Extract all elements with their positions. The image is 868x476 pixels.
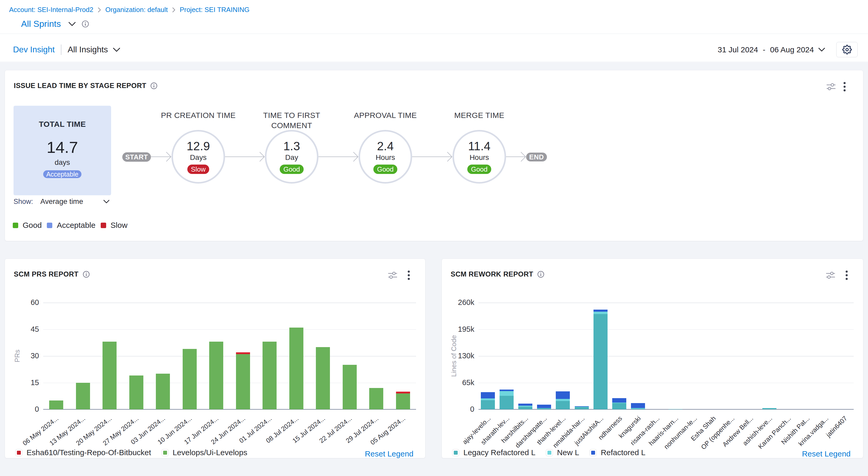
- bar-segment[interactable]: [481, 400, 495, 409]
- legend-swatch: [163, 451, 167, 455]
- bar-segment[interactable]: [209, 341, 223, 409]
- reset-legend-link[interactable]: Reset Legend: [802, 449, 850, 458]
- lead-time-card: ISSUE LEAD TIME BY STAGE REPORT TOTAL TI…: [5, 70, 863, 241]
- bar-segment[interactable]: [129, 376, 143, 409]
- legend-checkbox[interactable]: [546, 449, 553, 456]
- bar-segment[interactable]: [262, 341, 277, 409]
- stage-unit: Days: [190, 153, 207, 162]
- bar-segment[interactable]: [316, 347, 330, 409]
- widget-filters-button[interactable]: [388, 270, 398, 280]
- bar-segment[interactable]: [612, 403, 626, 403]
- bar-segment[interactable]: [156, 374, 170, 409]
- info-icon[interactable]: [537, 271, 544, 278]
- y-axis-tick-label: 45: [8, 326, 39, 333]
- insight-title[interactable]: Dev Insight: [13, 45, 55, 54]
- info-icon[interactable]: [83, 271, 90, 278]
- scm-prs-card: SCM PRS REPORT 015304560PRs06 May 2024..…: [5, 259, 426, 458]
- widget-filters-button[interactable]: [826, 270, 835, 280]
- widget-menu-button[interactable]: [842, 270, 851, 280]
- legend-swatch: [591, 451, 595, 455]
- bar-segment[interactable]: [612, 398, 626, 403]
- insight-selector[interactable]: All Insights: [68, 45, 121, 54]
- bar-segment[interactable]: [369, 388, 383, 409]
- stage-unit: Hours: [376, 153, 395, 162]
- bar-segment[interactable]: [289, 328, 303, 409]
- bar-segment[interactable]: [537, 408, 551, 408]
- bar-segment[interactable]: [631, 409, 645, 409]
- date-range-start: 31 Jul 2024: [718, 45, 758, 54]
- stage-badge: Good: [280, 165, 304, 174]
- x-axis-line: [478, 409, 854, 410]
- bar-segment[interactable]: [236, 354, 250, 409]
- date-range-picker[interactable]: 31 Jul 2024 - 06 Aug 2024: [718, 45, 825, 54]
- bar-segment[interactable]: [183, 349, 197, 409]
- bar-segment[interactable]: [518, 406, 532, 407]
- breadcrumb-item[interactable]: Organization: default: [105, 6, 168, 14]
- bar-segment[interactable]: [500, 396, 514, 409]
- bar-segment[interactable]: [102, 341, 117, 409]
- funnel-connector: [506, 156, 521, 157]
- bar-segment[interactable]: [396, 393, 410, 410]
- chevron-down-icon[interactable]: [68, 21, 76, 27]
- widget-menu-button[interactable]: [404, 270, 414, 280]
- chevron-down-icon: [113, 47, 121, 52]
- card-title: SCM PRS REPORT: [14, 270, 79, 278]
- legend-checkbox[interactable]: [452, 449, 459, 456]
- breadcrumb-item[interactable]: Project: SEI TRAINING: [180, 6, 250, 14]
- bar-segment[interactable]: [76, 383, 90, 410]
- chevron-down-icon[interactable]: [103, 200, 110, 204]
- legend-checkbox[interactable]: [16, 449, 22, 456]
- stage-value: 1.3: [283, 140, 300, 153]
- bar-segment[interactable]: [518, 404, 532, 406]
- bar-segment[interactable]: [575, 407, 589, 409]
- bar-segment[interactable]: [631, 408, 645, 409]
- x-axis-tick-label: OP (oppenhe...: [700, 415, 736, 451]
- stage-title: PR CREATION TIME: [154, 110, 243, 120]
- legend-checkbox[interactable]: [162, 449, 168, 456]
- sprint-selector[interactable]: All Sprints: [21, 19, 61, 29]
- bar-segment[interactable]: [631, 403, 645, 408]
- bar-segment[interactable]: [556, 401, 570, 409]
- bar-segment[interactable]: [556, 399, 570, 401]
- prs-chart-legend: Esha610/Testing-Repo-Of-BitbucketLevelop…: [16, 448, 257, 457]
- bar-segment[interactable]: [500, 390, 514, 391]
- y-axis-tick-label: 195k: [443, 326, 474, 333]
- bar-segment[interactable]: [481, 392, 495, 398]
- stage-unit: Hours: [470, 153, 489, 162]
- info-icon[interactable]: [82, 20, 89, 28]
- show-value[interactable]: Average time: [40, 198, 83, 206]
- bar-segment[interactable]: [669, 409, 682, 409]
- reset-legend-link[interactable]: Reset Legend: [365, 449, 413, 458]
- bar-segment[interactable]: [236, 352, 250, 354]
- bar-segment[interactable]: [762, 408, 776, 409]
- gridline: [43, 383, 416, 383]
- lead-time-legend: GoodAcceptableSlow: [13, 221, 133, 230]
- bar-segment[interactable]: [593, 309, 608, 312]
- breadcrumb: Account: SEI-Internal-Prod2Organization:…: [9, 6, 250, 14]
- settings-button[interactable]: [836, 42, 858, 57]
- bar-segment[interactable]: [593, 312, 608, 314]
- bar-segment[interactable]: [500, 391, 514, 396]
- stage-circle: 2.4HoursGood: [359, 130, 412, 184]
- arrow-right-icon: [447, 152, 453, 163]
- insight-selector-label: All Insights: [68, 45, 108, 54]
- bar-segment[interactable]: [612, 403, 626, 409]
- bar-segment[interactable]: [518, 407, 532, 409]
- bar-segment[interactable]: [343, 365, 357, 409]
- bar-segment[interactable]: [481, 398, 495, 400]
- legend-checkbox[interactable]: [590, 449, 597, 456]
- bar-segment[interactable]: [537, 408, 551, 409]
- gridline: [478, 303, 854, 303]
- legend-swatch: [17, 451, 21, 455]
- legend-label: Good: [23, 221, 42, 230]
- bar-segment[interactable]: [396, 392, 410, 393]
- bar-segment[interactable]: [49, 400, 63, 409]
- legend-label: Legacy Refactored L: [463, 448, 535, 457]
- bar-segment[interactable]: [537, 405, 551, 408]
- bar-segment[interactable]: [575, 406, 589, 407]
- bar-segment[interactable]: [556, 391, 570, 399]
- bar-segment[interactable]: [593, 314, 608, 409]
- gridline: [43, 356, 416, 356]
- stage-title: APPROVAL TIME: [341, 110, 430, 120]
- breadcrumb-item[interactable]: Account: SEI-Internal-Prod2: [9, 6, 93, 14]
